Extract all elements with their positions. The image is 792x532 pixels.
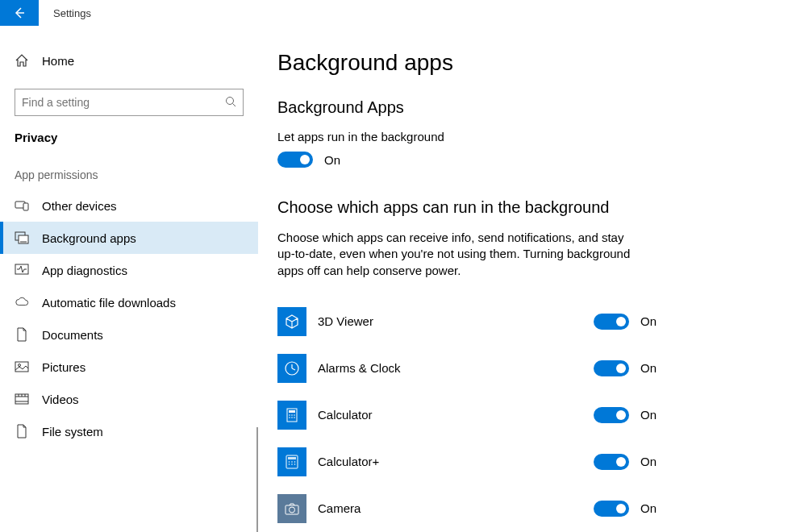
title-bar: Settings bbox=[0, 0, 792, 26]
svg-point-35 bbox=[294, 463, 296, 465]
svg-point-31 bbox=[291, 461, 293, 463]
main-content: Background apps Background Apps Let apps… bbox=[258, 26, 792, 532]
svg-point-32 bbox=[294, 461, 296, 463]
app-row-calculator-plus: Calculator+ On bbox=[277, 438, 657, 485]
section-heading-master: Background Apps bbox=[277, 98, 773, 117]
devices-icon bbox=[15, 198, 29, 213]
sidebar-item-pictures[interactable]: Pictures bbox=[0, 351, 258, 383]
svg-point-37 bbox=[290, 507, 295, 513]
window-title: Settings bbox=[39, 7, 91, 19]
diagnostics-icon bbox=[15, 263, 29, 277]
app-toggle-alarms-clock[interactable] bbox=[594, 360, 629, 376]
svg-point-25 bbox=[289, 417, 290, 418]
svg-rect-4 bbox=[23, 203, 28, 210]
home-icon bbox=[15, 53, 29, 68]
background-apps-icon bbox=[15, 231, 29, 245]
app-toggle-state: On bbox=[640, 314, 657, 328]
svg-line-2 bbox=[233, 103, 236, 106]
back-arrow-icon bbox=[13, 6, 26, 19]
app-toggle-calculator-plus[interactable] bbox=[594, 454, 629, 470]
section-heading-choose: Choose which apps can run in the backgro… bbox=[277, 198, 773, 217]
search-box[interactable] bbox=[15, 89, 244, 116]
sidebar-item-background-apps[interactable]: Background apps bbox=[0, 222, 258, 254]
document-icon bbox=[15, 327, 29, 342]
app-name: Alarms & Clock bbox=[306, 361, 594, 375]
app-row-calculator: Calculator On bbox=[277, 392, 657, 438]
pictures-icon bbox=[15, 360, 29, 374]
svg-point-10 bbox=[19, 364, 21, 367]
svg-point-22 bbox=[289, 414, 290, 416]
sidebar-item-label: File system bbox=[42, 425, 103, 438]
master-toggle-label: Let apps run in the background bbox=[277, 130, 773, 143]
sidebar-item-label: Other devices bbox=[42, 199, 117, 213]
sidebar-group-label: App permissions bbox=[0, 168, 258, 189]
sidebar-item-file-system[interactable]: File system bbox=[0, 415, 258, 447]
app-row-3d-viewer: 3D Viewer On bbox=[277, 298, 657, 345]
app-icon-alarms-clock bbox=[277, 354, 306, 383]
app-name: 3D Viewer bbox=[306, 314, 594, 328]
sidebar-item-label: Videos bbox=[42, 393, 79, 406]
sidebar-item-label: Documents bbox=[42, 328, 103, 342]
file-icon bbox=[15, 424, 29, 438]
sidebar-item-documents[interactable]: Documents bbox=[0, 318, 258, 351]
master-toggle[interactable] bbox=[277, 152, 313, 168]
app-toggle-state: On bbox=[640, 361, 657, 375]
sidebar: Home Privacy App permissions Other devic… bbox=[0, 26, 258, 532]
svg-point-24 bbox=[294, 414, 295, 416]
cloud-download-icon bbox=[15, 295, 29, 310]
svg-point-1 bbox=[227, 97, 234, 104]
app-icon-3d-viewer bbox=[277, 307, 306, 336]
search-input[interactable] bbox=[22, 96, 225, 109]
sidebar-item-label: Automatic file downloads bbox=[42, 296, 176, 310]
sidebar-item-other-devices[interactable]: Other devices bbox=[0, 189, 258, 222]
app-toggle-3d-viewer[interactable] bbox=[594, 314, 629, 330]
app-toggle-calculator[interactable] bbox=[594, 407, 629, 423]
app-name: Camera bbox=[306, 501, 594, 515]
svg-point-30 bbox=[289, 461, 290, 463]
app-row-alarms-clock: Alarms & Clock On bbox=[277, 345, 657, 392]
app-toggle-state: On bbox=[640, 455, 657, 468]
app-icon-calculator-plus bbox=[277, 447, 306, 476]
sidebar-item-app-diagnostics[interactable]: App diagnostics bbox=[0, 254, 258, 286]
svg-line-19 bbox=[292, 368, 295, 370]
svg-point-23 bbox=[291, 414, 293, 416]
app-toggle-state: On bbox=[640, 501, 657, 515]
sidebar-home[interactable]: Home bbox=[0, 47, 258, 74]
master-toggle-state: On bbox=[324, 153, 340, 167]
sidebar-item-label: Pictures bbox=[42, 360, 85, 374]
svg-point-33 bbox=[289, 463, 290, 465]
sidebar-item-label: App diagnostics bbox=[42, 264, 127, 277]
svg-rect-29 bbox=[288, 457, 296, 459]
svg-point-26 bbox=[291, 417, 293, 418]
sidebar-scrollbar[interactable] bbox=[256, 427, 258, 532]
app-row-camera: Camera On bbox=[277, 485, 657, 532]
svg-point-27 bbox=[294, 417, 295, 418]
sidebar-item-automatic-file-downloads[interactable]: Automatic file downloads bbox=[0, 286, 258, 318]
home-label: Home bbox=[42, 54, 74, 68]
section-description: Choose which apps can receive info, send… bbox=[277, 230, 640, 279]
videos-icon bbox=[15, 392, 29, 406]
app-name: Calculator bbox=[306, 408, 594, 422]
back-button[interactable] bbox=[0, 0, 39, 26]
app-toggle-camera[interactable] bbox=[594, 501, 629, 517]
app-toggle-state: On bbox=[640, 408, 657, 422]
svg-rect-21 bbox=[289, 410, 295, 413]
search-icon bbox=[225, 96, 236, 110]
sidebar-item-videos[interactable]: Videos bbox=[0, 383, 258, 415]
app-icon-camera bbox=[277, 494, 306, 523]
sidebar-category: Privacy bbox=[0, 131, 258, 168]
app-name: Calculator+ bbox=[306, 455, 594, 468]
page-title: Background apps bbox=[277, 50, 773, 76]
app-icon-calculator bbox=[277, 401, 306, 430]
sidebar-item-label: Background apps bbox=[42, 231, 136, 245]
svg-point-34 bbox=[291, 463, 293, 465]
